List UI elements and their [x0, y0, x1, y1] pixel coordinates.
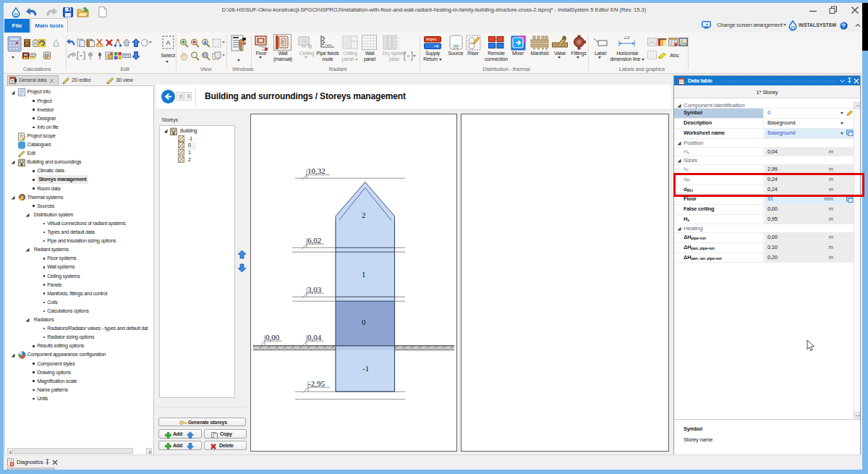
- svg-text:2: 2: [362, 211, 366, 219]
- svg-text:2.0: 2.0: [624, 35, 630, 40]
- svg-text:3,03: 3,03: [307, 284, 322, 293]
- svg-text:Angero: Angero: [426, 38, 437, 41]
- svg-text:6,02: 6,02: [307, 235, 321, 244]
- svg-text:0,00: 0,00: [265, 332, 280, 341]
- svg-text:10,32: 10,32: [307, 166, 326, 175]
- svg-text:1: 1: [362, 270, 366, 279]
- svg-text:0: 0: [362, 318, 366, 326]
- svg-text:A: A: [166, 39, 170, 46]
- svg-text:0,04: 0,04: [307, 332, 322, 341]
- svg-text:-1: -1: [362, 364, 369, 373]
- svg-text:A: A: [203, 40, 207, 45]
- svg-text:?: ?: [842, 22, 846, 29]
- svg-text:-2,95: -2,95: [308, 378, 325, 387]
